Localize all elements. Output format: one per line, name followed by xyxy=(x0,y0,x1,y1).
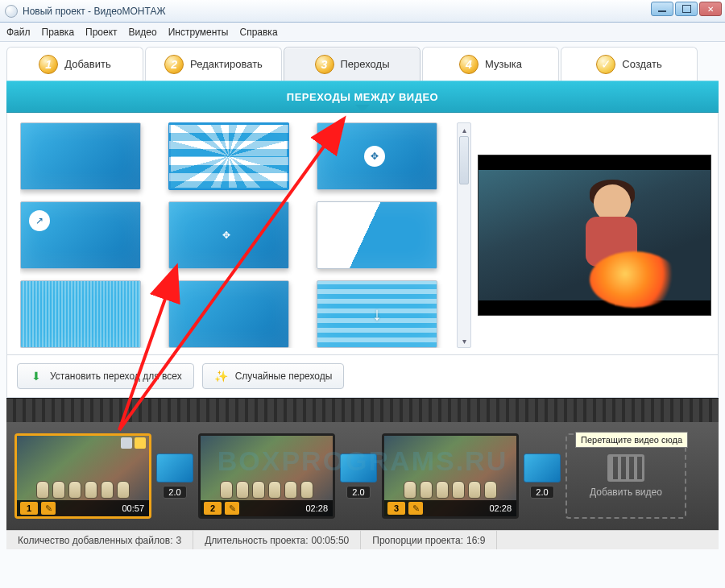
window-buttons xyxy=(651,2,722,16)
button-label: Случайные переходы xyxy=(235,371,333,382)
step-tab-transitions[interactable]: 3 Переходы xyxy=(284,47,420,81)
check-icon: ✓ xyxy=(596,55,615,74)
section-header: ПЕРЕХОДЫ МЕЖДУ ВИДЕО xyxy=(6,81,719,113)
statusbar: Количество добавленных файлов: 3 Длитель… xyxy=(6,530,719,549)
scrollbar[interactable]: ▴ ▾ xyxy=(457,122,471,348)
step-label: Переходы xyxy=(341,58,390,70)
step-label: Создать xyxy=(622,58,661,70)
close-button[interactable] xyxy=(699,2,722,16)
timeline-clip[interactable]: 1 ✎ 00:57 xyxy=(14,433,151,519)
star-icon xyxy=(135,437,146,449)
step-tab-music[interactable]: 4 Музыка xyxy=(422,47,559,81)
watermark-text: BOXPROGRAMS.RU xyxy=(218,445,508,477)
transitions-grid: ✥ ↗ ✥ xyxy=(20,122,447,348)
clip-duration: 02:28 xyxy=(489,503,512,513)
titlebar: Новый проект - ВидеоМОНТАЖ xyxy=(0,0,725,23)
transition-duration[interactable]: 2.0 xyxy=(530,486,553,499)
transition-thumb[interactable]: ↗ xyxy=(20,201,141,269)
transition-preview-icon xyxy=(524,453,561,482)
step-label: Редактировать xyxy=(190,58,263,70)
clip-index: 1 xyxy=(20,502,38,515)
step-number-icon: 4 xyxy=(459,55,478,74)
status-duration: Длительность проекта: 00:05:50 xyxy=(193,531,361,549)
transition-thumb[interactable] xyxy=(317,280,437,348)
minimize-button[interactable] xyxy=(651,2,673,16)
menubar: Файл Правка Проект Видео Инструменты Спр… xyxy=(0,23,725,42)
step-tab-add[interactable]: 1 Добавить xyxy=(6,47,143,81)
step-tab-create[interactable]: ✓ Создать xyxy=(561,47,698,81)
menu-help[interactable]: Справка xyxy=(239,27,277,38)
scroll-thumb[interactable] xyxy=(459,136,469,184)
step-label: Добавить xyxy=(64,58,110,70)
transition-thumb-selected[interactable] xyxy=(168,122,289,190)
transition-duration[interactable]: 2.0 xyxy=(163,486,186,499)
transition-thumb[interactable] xyxy=(168,280,289,348)
content-area: ✥ ↗ ✥ ▴ ▾ xyxy=(6,113,719,355)
pencil-icon[interactable]: ✎ xyxy=(225,502,239,515)
step-label: Музыка xyxy=(485,58,522,70)
add-video-slot[interactable]: Перетащите видео сюда Добавить видео xyxy=(566,433,686,519)
window-title: Новый проект - ВидеоМОНТАЖ xyxy=(23,6,166,17)
apply-transition-all-button[interactable]: ⬇ Установить переход для всех xyxy=(17,363,194,389)
step-number-icon: 2 xyxy=(164,55,184,74)
menu-project[interactable]: Проект xyxy=(85,27,118,38)
app-icon xyxy=(5,5,18,18)
button-label: Установить переход для всех xyxy=(50,371,182,382)
menu-tools[interactable]: Инструменты xyxy=(168,27,229,38)
scroll-up-icon[interactable]: ▴ xyxy=(458,123,470,136)
transition-slot[interactable]: 2.0 xyxy=(524,453,561,499)
section-title: ПЕРЕХОДЫ МЕЖДУ ВИДЕО xyxy=(287,91,438,103)
menu-video[interactable]: Видео xyxy=(129,27,157,38)
status-aspect: Пропорции проекта: 16:9 xyxy=(361,531,497,549)
transition-thumb[interactable]: ✥ xyxy=(317,122,437,190)
step-tabs: 1 Добавить 2 Редактировать 3 Переходы 4 … xyxy=(6,47,719,81)
clip-duration: 02:28 xyxy=(305,503,328,513)
video-preview[interactable] xyxy=(478,155,711,316)
transition-preview-icon xyxy=(156,453,193,482)
step-tab-edit[interactable]: 2 Редактировать xyxy=(145,47,282,81)
clip-duration: 00:57 xyxy=(122,503,144,513)
transition-thumb[interactable] xyxy=(20,280,141,348)
transition-duration[interactable]: 2.0 xyxy=(346,486,370,499)
scissors-icon xyxy=(121,437,132,449)
download-arrow-icon: ⬇ xyxy=(29,369,44,383)
action-buttons-row: ⬇ Установить переход для всех ✨ Случайны… xyxy=(6,355,719,398)
scroll-down-icon[interactable]: ▾ xyxy=(458,334,470,347)
random-transitions-button[interactable]: ✨ Случайные переходы xyxy=(202,363,345,389)
step-number-icon: 1 xyxy=(39,55,58,74)
clip-index: 2 xyxy=(204,502,222,515)
menu-edit[interactable]: Правка xyxy=(42,27,75,38)
add-video-label: Добавить видео xyxy=(590,487,662,498)
drop-hint-tooltip: Перетащите видео сюда xyxy=(575,432,688,448)
clip-index: 3 xyxy=(387,502,405,515)
status-files: Количество добавленных файлов: 3 xyxy=(6,531,193,549)
step-number-icon: 3 xyxy=(315,55,334,74)
transition-thumb[interactable] xyxy=(20,122,141,190)
film-strip-divider xyxy=(6,398,719,422)
maximize-button[interactable] xyxy=(675,2,698,16)
menu-file[interactable]: Файл xyxy=(6,27,31,38)
magic-wand-icon: ✨ xyxy=(214,369,229,383)
transition-thumb[interactable] xyxy=(317,201,437,269)
transition-thumb[interactable]: ✥ xyxy=(168,201,289,269)
film-reel-icon xyxy=(607,454,644,482)
pencil-icon[interactable]: ✎ xyxy=(41,502,56,515)
transition-slot[interactable]: 2.0 xyxy=(156,453,193,499)
pencil-icon[interactable]: ✎ xyxy=(408,502,423,515)
